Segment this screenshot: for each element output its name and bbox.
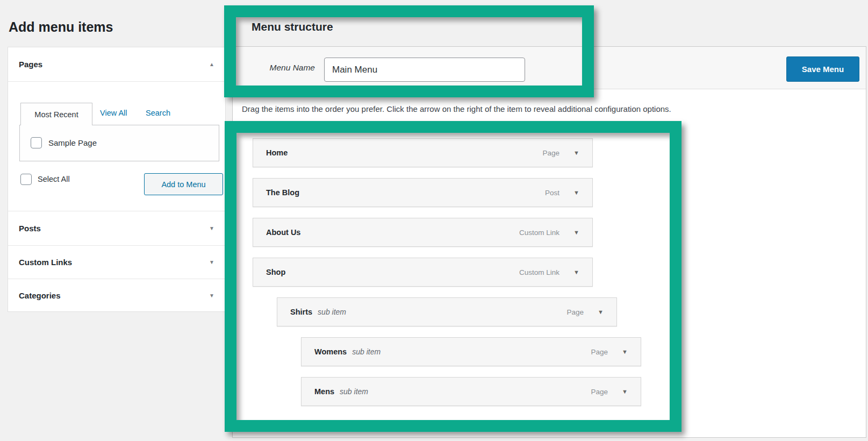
save-menu-button[interactable]: Save Menu (786, 56, 859, 82)
drag-instruction-text: Drag the items into the order you prefer… (242, 104, 671, 113)
chevron-down-icon[interactable]: ▼ (573, 150, 579, 156)
menu-item-title: Home (266, 148, 288, 157)
sub-item-label: sub item (318, 308, 346, 316)
menu-item-type: Page (591, 348, 608, 356)
menu-item-about-us[interactable]: About Us Custom Link ▼ (253, 218, 593, 247)
sidebar-section-custom-links[interactable]: Custom Links ▼ (8, 245, 225, 279)
menu-name-input[interactable] (324, 58, 525, 82)
sidebar-section-pages[interactable]: Pages ▲ (8, 47, 225, 82)
chevron-down-icon[interactable]: ▼ (573, 189, 579, 196)
chevron-down-icon[interactable]: ▼ (209, 225, 214, 231)
sample-page-checkbox[interactable] (31, 137, 42, 148)
sample-page-label: Sample Page (48, 138, 97, 147)
menu-item-title: Mens (314, 387, 334, 396)
menu-item-title: About Us (266, 228, 300, 237)
section-label: Categories (19, 291, 61, 300)
chevron-down-icon[interactable]: ▼ (622, 388, 628, 395)
chevron-down-icon[interactable]: ▼ (209, 293, 214, 298)
chevron-down-icon[interactable]: ▼ (573, 229, 579, 236)
sub-item-label: sub item (340, 387, 368, 396)
menu-item-home[interactable]: Home Page ▼ (253, 138, 593, 167)
select-all-label: Select All (38, 175, 70, 183)
chevron-down-icon[interactable]: ▼ (573, 269, 579, 275)
menu-item-womens[interactable]: Womens sub item Page ▼ (301, 337, 641, 366)
menu-item-type: Custom Link (519, 229, 559, 237)
menu-item-type: Page (591, 388, 608, 396)
menu-structure-title: Menu structure (252, 20, 333, 33)
chevron-down-icon[interactable]: ▼ (622, 348, 628, 355)
menu-item-mens[interactable]: Mens sub item Page ▼ (301, 377, 641, 406)
add-menu-items-title: Add menu items (9, 19, 113, 35)
menu-item-title: Shirts (290, 308, 312, 316)
select-all-checkbox[interactable] (20, 174, 32, 185)
menu-item-shirts[interactable]: Shirts sub item Page ▼ (277, 297, 617, 326)
chevron-down-icon[interactable]: ▼ (209, 259, 214, 265)
menu-item-type: Page (543, 149, 560, 157)
add-to-menu-button[interactable]: Add to Menu (144, 173, 223, 195)
section-label: Posts (19, 224, 41, 233)
section-label: Custom Links (19, 258, 72, 267)
menu-item-type: Post (545, 189, 559, 197)
menu-item-type: Page (567, 308, 584, 316)
section-label: Pages (19, 60, 42, 69)
menu-item-shop[interactable]: Shop Custom Link ▼ (253, 258, 593, 287)
menu-item-title: Shop (266, 268, 285, 276)
menu-item-title: Womens (314, 347, 347, 356)
sub-item-label: sub item (352, 347, 381, 356)
menu-item-type: Custom Link (519, 268, 559, 276)
sidebar-section-posts[interactable]: Posts ▼ (8, 211, 225, 245)
menu-name-label: Menu Name (242, 63, 315, 73)
menu-item-title: The Blog (266, 188, 299, 197)
tab-view-all[interactable]: View All (100, 109, 127, 117)
chevron-up-icon[interactable]: ▲ (209, 61, 214, 67)
tab-most-recent[interactable]: Most Recent (20, 103, 92, 125)
sidebar-section-categories[interactable]: Categories ▼ (8, 279, 225, 311)
tab-search[interactable]: Search (146, 109, 170, 117)
menu-item-the-blog[interactable]: The Blog Post ▼ (253, 178, 593, 207)
chevron-down-icon[interactable]: ▼ (598, 309, 604, 315)
